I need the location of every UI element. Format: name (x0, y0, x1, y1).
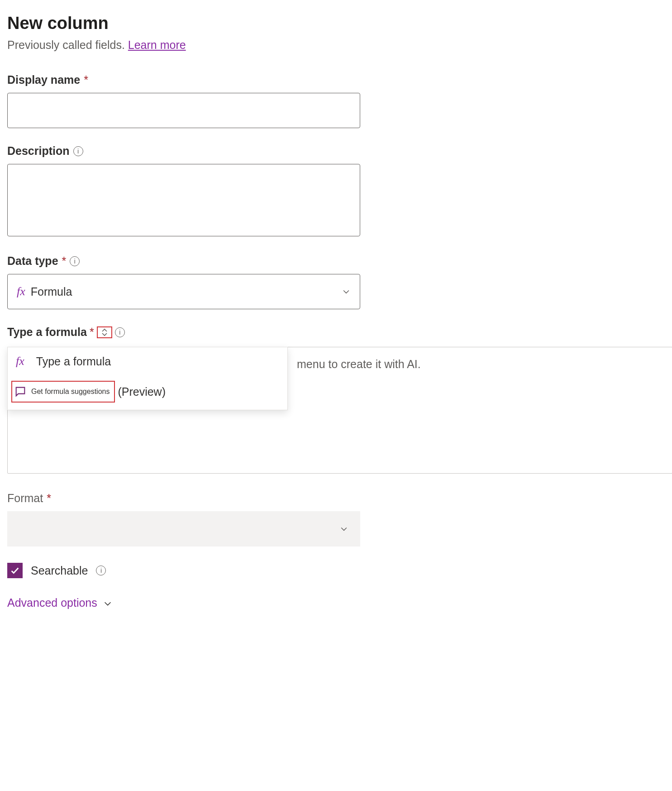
required-indicator: * (62, 254, 67, 268)
chevron-down-icon (342, 287, 351, 296)
formula-mode-toggle[interactable] (97, 326, 112, 338)
format-select[interactable] (7, 511, 360, 547)
info-icon[interactable]: i (73, 146, 83, 156)
chat-icon (14, 385, 27, 398)
info-icon[interactable]: i (96, 566, 106, 575)
searchable-checkbox[interactable] (7, 563, 23, 578)
dropdown-type-formula[interactable]: fx Type a formula (8, 347, 287, 375)
advanced-options-label: Advanced options (7, 596, 97, 609)
info-icon[interactable]: i (115, 327, 125, 337)
required-indicator: * (90, 326, 94, 339)
searchable-label: Searchable (31, 564, 88, 577)
description-input[interactable] (7, 164, 360, 236)
fx-icon: fx (16, 355, 24, 368)
advanced-options-toggle[interactable]: Advanced options (7, 596, 360, 609)
required-indicator: * (47, 492, 51, 505)
dropdown-get-suggestions[interactable]: Get formula suggestions (11, 381, 115, 403)
panel-subtitle: Previously called fields. Learn more (7, 38, 360, 52)
chevron-down-icon (339, 524, 348, 533)
format-label: Format (7, 492, 43, 505)
dropdown-item-label: Type a formula (36, 355, 111, 368)
data-type-select[interactable]: fx Formula (7, 274, 360, 309)
data-type-value: Formula (31, 285, 342, 298)
info-icon[interactable]: i (70, 256, 80, 266)
display-name-input[interactable] (7, 93, 360, 128)
data-type-label: Data type (7, 254, 58, 268)
chevron-down-icon (103, 598, 113, 608)
description-label: Description (7, 144, 70, 158)
learn-more-link[interactable]: Learn more (128, 38, 186, 51)
preview-badge: (Preview) (118, 385, 166, 398)
formula-dropdown: fx Type a formula Get formula suggestion… (7, 347, 288, 410)
fx-icon: fx (17, 285, 25, 298)
subtitle-text: Previously called fields. (7, 38, 128, 51)
panel-title: New column (7, 14, 360, 33)
display-name-label: Display name (7, 73, 80, 86)
dropdown-item-label: Get formula suggestions (31, 388, 110, 396)
formula-placeholder-tail: menu to create it with AI. (297, 358, 421, 371)
formula-label: Type a formula (7, 326, 87, 339)
required-indicator: * (84, 73, 88, 86)
